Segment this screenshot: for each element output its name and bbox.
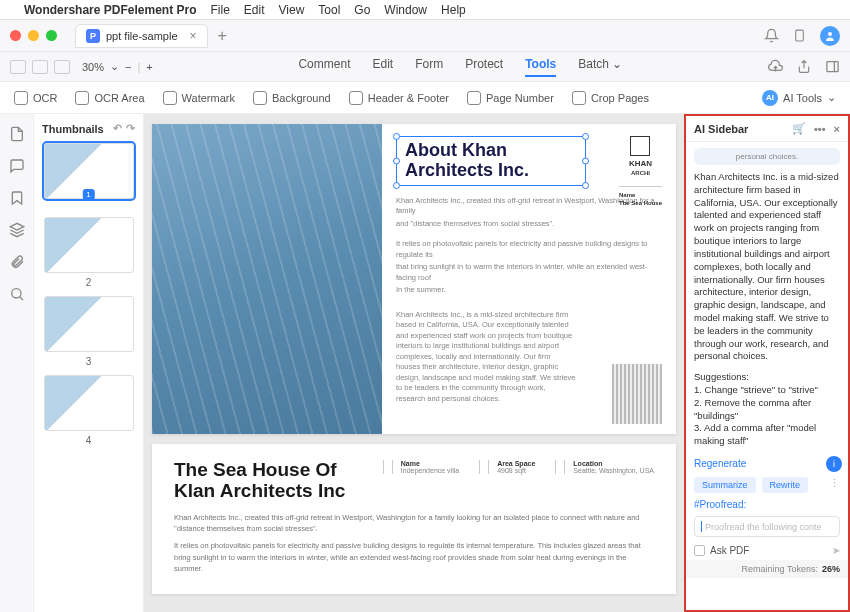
header-footer-icon bbox=[349, 91, 363, 105]
menu-help[interactable]: Help bbox=[441, 3, 466, 17]
mac-menubar: Wondershare PDFelement Pro File Edit Vie… bbox=[0, 0, 850, 20]
zoom-value[interactable]: 30% bbox=[82, 61, 104, 73]
panel-icon[interactable] bbox=[825, 59, 840, 74]
resize-handle-icon[interactable] bbox=[393, 133, 400, 140]
rewrite-chip[interactable]: Rewrite bbox=[762, 477, 809, 493]
ai-tools-button[interactable]: AIAI Tools ⌄ bbox=[762, 90, 836, 106]
close-tab-icon[interactable]: × bbox=[190, 29, 197, 43]
zoom-in-button[interactable]: + bbox=[146, 61, 152, 73]
ocr-button[interactable]: OCR bbox=[14, 91, 57, 105]
svg-rect-0 bbox=[796, 30, 804, 41]
grid-view-icon[interactable] bbox=[32, 60, 48, 74]
token-status: Remaining Tokens:26% bbox=[686, 560, 848, 578]
ai-prompt-input[interactable]: Proofread the following conte bbox=[694, 516, 840, 537]
sidebar-toggle-icon[interactable] bbox=[10, 60, 26, 74]
resize-handle-icon[interactable] bbox=[393, 182, 400, 189]
watermark-button[interactable]: Watermark bbox=[163, 91, 235, 105]
thumbs-title: Thumbnails bbox=[42, 123, 104, 135]
resize-handle-icon[interactable] bbox=[582, 157, 589, 164]
menu-go[interactable]: Go bbox=[354, 3, 370, 17]
new-tab-button[interactable]: + bbox=[218, 27, 227, 45]
chevron-down-icon[interactable]: ⌄ bbox=[110, 60, 119, 73]
tab-batch[interactable]: Batch ⌄ bbox=[578, 57, 622, 77]
ocr-icon bbox=[14, 91, 28, 105]
resize-handle-icon[interactable] bbox=[582, 133, 589, 140]
layers-icon[interactable] bbox=[9, 222, 25, 238]
undo-icon[interactable]: ↶ bbox=[113, 122, 122, 135]
search-icon[interactable] bbox=[9, 286, 25, 302]
proofread-tag[interactable]: #Proofread: bbox=[686, 497, 848, 512]
page-1: KHAN ARCHI NameThe Sea House About Khan … bbox=[152, 124, 676, 434]
thumbnail-2[interactable] bbox=[44, 217, 134, 273]
cursor-icon bbox=[701, 521, 702, 532]
tab-title: ppt file-sample bbox=[106, 30, 178, 42]
device-icon[interactable] bbox=[793, 28, 806, 43]
ask-pdf-label: Ask PDF bbox=[710, 545, 749, 556]
user-avatar-icon[interactable] bbox=[820, 26, 840, 46]
watermark-icon bbox=[163, 91, 177, 105]
document-tab[interactable]: P ppt file-sample × bbox=[75, 24, 208, 48]
bookmark-icon[interactable] bbox=[9, 190, 25, 206]
cart-icon[interactable]: 🛒 bbox=[792, 122, 806, 135]
tab-comment[interactable]: Comment bbox=[298, 57, 350, 77]
tab-tools[interactable]: Tools bbox=[525, 57, 556, 77]
redo-icon[interactable]: ↷ bbox=[126, 122, 135, 135]
thumbnail-3[interactable] bbox=[44, 296, 134, 352]
page-view-icon[interactable] bbox=[54, 60, 70, 74]
page-number-button[interactable]: Page Number bbox=[467, 91, 554, 105]
svg-line-8 bbox=[19, 297, 22, 300]
share-icon[interactable] bbox=[797, 59, 811, 74]
svg-point-2 bbox=[828, 32, 832, 36]
tab-protect[interactable]: Protect bbox=[465, 57, 503, 77]
comment-icon[interactable] bbox=[9, 158, 25, 174]
close-window-icon[interactable] bbox=[10, 30, 21, 41]
background-icon bbox=[253, 91, 267, 105]
regenerate-button[interactable]: Regenerate bbox=[686, 454, 754, 473]
window-titlebar: P ppt file-sample × + bbox=[0, 20, 850, 52]
resize-handle-icon[interactable] bbox=[582, 182, 589, 189]
hero-image bbox=[152, 124, 382, 434]
building-image bbox=[612, 364, 662, 424]
menu-view[interactable]: View bbox=[279, 3, 305, 17]
ocr-area-button[interactable]: OCR Area bbox=[75, 91, 144, 105]
traffic-lights bbox=[10, 30, 57, 41]
crop-pages-button[interactable]: Crop Pages bbox=[572, 91, 649, 105]
resize-handle-icon[interactable] bbox=[393, 157, 400, 164]
page-2: NameIndependence villa Area Space4908 sq… bbox=[152, 444, 676, 594]
svg-marker-6 bbox=[10, 223, 23, 230]
page-icon[interactable] bbox=[9, 126, 25, 142]
main-menu: Comment Edit Form Protect Tools Batch ⌄ bbox=[298, 57, 622, 77]
thumbnail-1[interactable]: 1 bbox=[44, 143, 134, 199]
menu-edit[interactable]: Edit bbox=[244, 3, 265, 17]
tools-toolbar: OCR OCR Area Watermark Background Header… bbox=[0, 82, 850, 114]
zoom-out-button[interactable]: − bbox=[125, 61, 131, 73]
close-sidebar-icon[interactable]: × bbox=[834, 123, 840, 135]
selected-text-box[interactable]: About Khan Architects Inc. bbox=[396, 136, 586, 186]
maximize-window-icon[interactable] bbox=[46, 30, 57, 41]
thumbnail-4[interactable] bbox=[44, 375, 134, 431]
app-name[interactable]: Wondershare PDFelement Pro bbox=[24, 3, 197, 17]
send-icon[interactable]: ➤ bbox=[832, 545, 840, 556]
menu-window[interactable]: Window bbox=[384, 3, 427, 17]
more-icon[interactable]: ••• bbox=[814, 123, 826, 135]
attachment-icon[interactable] bbox=[9, 254, 25, 270]
crop-icon bbox=[572, 91, 586, 105]
minimize-window-icon[interactable] bbox=[28, 30, 39, 41]
tab-form[interactable]: Form bbox=[415, 57, 443, 77]
ask-pdf-checkbox[interactable] bbox=[694, 545, 705, 556]
header-footer-button[interactable]: Header & Footer bbox=[349, 91, 449, 105]
left-rail bbox=[0, 114, 34, 612]
document-canvas[interactable]: KHAN ARCHI NameThe Sea House About Khan … bbox=[144, 114, 684, 612]
more-chips-icon[interactable]: ⋮ bbox=[829, 477, 840, 493]
menu-file[interactable]: File bbox=[211, 3, 230, 17]
menu-tool[interactable]: Tool bbox=[318, 3, 340, 17]
bell-icon[interactable] bbox=[764, 28, 779, 43]
info-icon[interactable]: i bbox=[826, 456, 842, 472]
cloud-upload-icon[interactable] bbox=[768, 59, 783, 74]
tab-edit[interactable]: Edit bbox=[372, 57, 393, 77]
ai-sidebar-title: AI Sidebar bbox=[694, 123, 748, 135]
summarize-chip[interactable]: Summarize bbox=[694, 477, 756, 493]
view-toolbar: 30% ⌄ − | + Comment Edit Form Protect To… bbox=[0, 52, 850, 82]
background-button[interactable]: Background bbox=[253, 91, 331, 105]
workspace: Thumbnails ↶↷ 1 2 3 4 KHAN ARCHI NameThe… bbox=[0, 114, 850, 612]
